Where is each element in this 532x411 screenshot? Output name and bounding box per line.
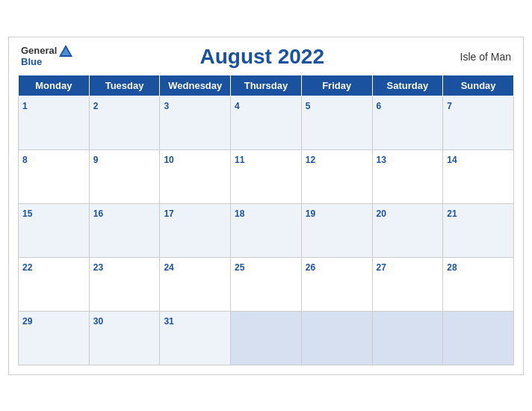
calendar-cell: 6 — [372, 96, 443, 149]
day-number: 13 — [377, 155, 386, 165]
weekday-wednesday: Wednesday — [160, 75, 231, 96]
calendar-cell: 18 — [231, 203, 302, 257]
day-number: 28 — [447, 262, 457, 273]
day-number: 21 — [447, 208, 457, 219]
day-number: 31 — [164, 316, 173, 327]
day-number: 14 — [447, 155, 457, 165]
calendar-cell: 5 — [301, 96, 372, 149]
day-number: 15 — [22, 208, 32, 219]
day-number: 4 — [235, 101, 240, 111]
calendar-grid: Monday Tuesday Wednesday Thursday Friday… — [18, 75, 514, 365]
calendar-cell: 30 — [89, 311, 160, 365]
weekday-friday: Friday — [301, 75, 372, 96]
calendar-cell — [372, 311, 443, 365]
month-title: August 2022 — [72, 45, 451, 69]
calendar-cell: 10 — [160, 149, 231, 203]
weekday-header-row: Monday Tuesday Wednesday Thursday Friday… — [19, 75, 514, 96]
calendar-week-row: 22232425262728 — [19, 257, 514, 311]
calendar-cell: 13 — [372, 149, 443, 203]
day-number: 11 — [235, 155, 244, 165]
logo-blue-text: Blue — [21, 57, 42, 67]
day-number: 22 — [22, 262, 32, 273]
weekday-monday: Monday — [19, 75, 90, 96]
day-number: 9 — [93, 155, 99, 165]
calendar-week-row: 15161718192021 — [19, 203, 514, 257]
calendar-cell — [301, 311, 372, 365]
calendar-week-row: 1234567 — [19, 96, 514, 149]
day-number: 29 — [22, 316, 32, 327]
calendar-cell: 20 — [372, 203, 443, 257]
day-number: 5 — [306, 101, 311, 111]
logo-area: General Blue — [21, 45, 72, 67]
day-number: 1 — [22, 101, 28, 111]
day-number: 12 — [306, 155, 315, 165]
calendar-cell: 22 — [19, 257, 90, 311]
calendar-cell: 24 — [160, 257, 231, 311]
day-number: 17 — [164, 208, 173, 219]
weekday-tuesday: Tuesday — [89, 75, 160, 96]
calendar-cell: 31 — [160, 311, 231, 365]
calendar-cell: 14 — [443, 149, 514, 203]
day-number: 7 — [447, 101, 452, 111]
calendar-cell: 8 — [19, 149, 90, 203]
day-number: 24 — [164, 262, 173, 273]
calendar-cell: 11 — [231, 149, 302, 203]
calendar-cell: 19 — [301, 203, 372, 257]
calendar-cell: 27 — [372, 257, 443, 311]
calendar-cell: 2 — [89, 96, 160, 149]
calendar-cell: 4 — [231, 96, 302, 149]
weekday-sunday: Sunday — [443, 75, 514, 96]
calendar-cell: 21 — [443, 203, 514, 257]
day-number: 3 — [164, 101, 169, 111]
calendar-cell: 23 — [89, 257, 160, 311]
calendar-cell: 16 — [89, 203, 160, 257]
day-number: 20 — [377, 208, 386, 219]
day-number: 19 — [306, 208, 315, 219]
day-number: 6 — [377, 101, 382, 111]
calendar-cell — [231, 311, 302, 365]
day-number: 16 — [93, 208, 103, 219]
day-number: 8 — [22, 155, 28, 165]
calendar-header: General Blue August 2022 Isle of Man — [18, 45, 514, 69]
day-number: 23 — [93, 262, 103, 273]
day-number: 2 — [93, 101, 99, 111]
day-number: 10 — [164, 155, 173, 165]
day-number: 30 — [93, 316, 103, 327]
calendar-week-row: 891011121314 — [19, 149, 514, 203]
weekday-saturday: Saturday — [372, 75, 443, 96]
logo-general-text: General — [21, 46, 57, 56]
day-number: 25 — [235, 262, 244, 273]
weekday-thursday: Thursday — [231, 75, 302, 96]
calendar-cell: 26 — [301, 257, 372, 311]
calendar-week-row: 293031 — [19, 311, 514, 365]
calendar-cell: 3 — [160, 96, 231, 149]
calendar-cell: 29 — [19, 311, 90, 365]
logo-icon — [59, 45, 72, 57]
day-number: 27 — [377, 262, 386, 273]
calendar-cell: 17 — [160, 203, 231, 257]
calendar-cell — [443, 311, 514, 365]
calendar-cell: 9 — [89, 149, 160, 203]
day-number: 26 — [306, 262, 315, 273]
calendar-cell: 25 — [231, 257, 302, 311]
day-number: 18 — [235, 208, 244, 219]
calendar-cell: 1 — [19, 96, 90, 149]
calendar-cell: 15 — [19, 203, 90, 257]
calendar-cell: 12 — [301, 149, 372, 203]
region-label: Isle of Man — [451, 51, 511, 63]
calendar-cell: 28 — [443, 257, 514, 311]
calendar-container: General Blue August 2022 Isle of Man Mon… — [8, 37, 524, 375]
calendar-cell: 7 — [443, 96, 514, 149]
